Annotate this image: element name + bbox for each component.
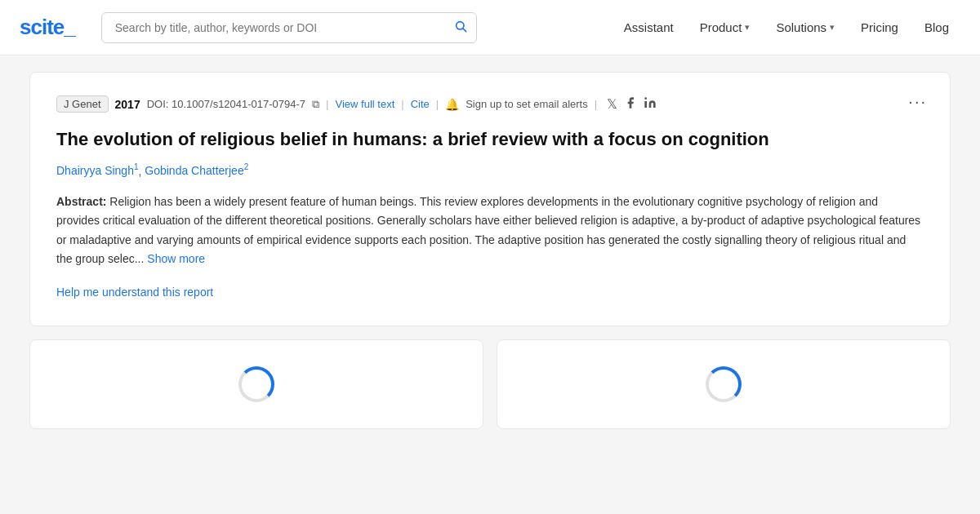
view-full-text-link[interactable]: View full text — [336, 98, 395, 110]
article-title: The evolution of religious belief in hum… — [56, 127, 924, 152]
doi-text: DOI: 10.1007/s12041-017-0794-7 — [147, 98, 305, 110]
author-link-2[interactable]: Gobinda Chatterjee2 — [145, 164, 248, 177]
main-content: ··· J Genet 2017 DOI: 10.1007/s12041-017… — [16, 72, 964, 429]
nav-item-product[interactable]: Product ▾ — [688, 14, 762, 41]
twitter-icon[interactable]: 𝕏 — [607, 96, 617, 112]
bottom-cards — [29, 339, 951, 429]
cite-link[interactable]: Cite — [411, 98, 430, 110]
copy-icon[interactable]: ⧉ — [312, 98, 319, 111]
loading-spinner-2 — [706, 366, 742, 402]
separator: | — [401, 98, 403, 110]
publication-year: 2017 — [115, 98, 140, 111]
separator: | — [326, 98, 328, 110]
loading-card-2 — [497, 339, 951, 429]
bell-icon[interactable]: 🔔 — [445, 98, 459, 111]
facebook-icon[interactable] — [624, 96, 637, 113]
email-alerts-text: Sign up to set email alerts — [466, 98, 588, 110]
article-meta: J Genet 2017 DOI: 10.1007/s12041-017-079… — [56, 95, 924, 113]
show-more-link[interactable]: Show more — [147, 252, 205, 265]
nav-item-assistant[interactable]: Assistant — [612, 14, 685, 41]
svg-line-1 — [463, 29, 466, 32]
loading-spinner-1 — [238, 366, 274, 402]
help-understand-link[interactable]: Help me understand this report — [56, 286, 213, 299]
chevron-down-icon: ▾ — [830, 22, 835, 33]
abstract-label: Abstract: — [56, 195, 106, 208]
more-options-button[interactable]: ··· — [908, 92, 927, 111]
linkedin-icon[interactable] — [644, 96, 657, 113]
journal-badge: J Genet — [56, 95, 109, 113]
nav-links: Assistant Product ▾ Solutions ▾ Pricing … — [612, 14, 960, 41]
nav-item-pricing[interactable]: Pricing — [849, 14, 910, 41]
chevron-down-icon: ▾ — [745, 22, 750, 33]
svg-point-2 — [644, 97, 647, 100]
nav-item-blog[interactable]: Blog — [913, 14, 960, 41]
author-link-1[interactable]: Dhairyya Singh1 — [56, 164, 139, 177]
nav-item-solutions[interactable]: Solutions ▾ — [764, 14, 846, 41]
search-icon[interactable] — [454, 20, 467, 36]
separator: | — [595, 98, 597, 110]
article-card: ··· J Genet 2017 DOI: 10.1007/s12041-017… — [29, 72, 951, 326]
abstract-section: Abstract: Religion has been a widely pre… — [56, 193, 924, 268]
separator: | — [436, 98, 439, 110]
search-bar — [101, 12, 477, 43]
site-logo[interactable]: scite_ — [20, 15, 75, 40]
search-input[interactable] — [101, 12, 477, 43]
article-authors: Dhairyya Singh1, Gobinda Chatterjee2 — [56, 163, 924, 179]
loading-card-1 — [29, 339, 483, 429]
navbar: scite_ Assistant Product ▾ Solutions ▾ P… — [0, 0, 980, 55]
social-icons: 𝕏 — [607, 96, 657, 113]
